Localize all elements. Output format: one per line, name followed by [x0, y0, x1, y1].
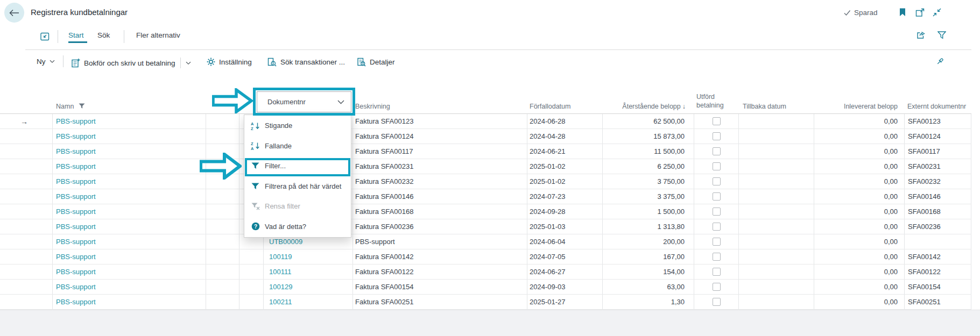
- menu-item-filtrera-på-det-här-värdet[interactable]: Filtrera på det här värdet: [244, 176, 351, 197]
- cell-document-no[interactable]: 100111: [264, 264, 353, 279]
- cell-description[interactable]: Faktura SFA00251: [353, 295, 527, 309]
- cell-description[interactable]: Faktura SFA00117: [353, 144, 527, 159]
- cell-description[interactable]: Faktura SFA00232: [353, 174, 527, 189]
- toolbar-button-ny[interactable]: Ny: [37, 58, 55, 66]
- tab-fler-alternativ[interactable]: Fler alternativ: [136, 31, 180, 39]
- cell-pmt-date[interactable]: [739, 264, 814, 279]
- cell-due-date[interactable]: 2024-06-04: [527, 234, 603, 249]
- toolbar-button-bokför-och-skriv-ut-betalning[interactable]: Bokför och skriv ut betalning: [71, 58, 191, 68]
- cell-pmt-date[interactable]: [739, 295, 814, 309]
- cell-external-document-no[interactable]: SFA00236: [905, 219, 971, 234]
- cell-name[interactable]: PBS-support: [53, 234, 206, 249]
- cell-pmt-date[interactable]: [739, 280, 814, 294]
- payment-made-checkbox[interactable]: [713, 223, 721, 231]
- cell-due-date[interactable]: 2024-04-28: [527, 129, 603, 144]
- cell-name[interactable]: PBS-support: [53, 174, 206, 189]
- payment-made-checkbox[interactable]: [713, 162, 721, 170]
- column-header-due-date[interactable]: Förfallodatum: [530, 102, 600, 111]
- payment-made-checkbox[interactable]: [713, 253, 721, 261]
- column-header-payment-made[interactable]: Utförd betalning: [696, 92, 739, 110]
- cell-amount-received[interactable]: 0,00: [814, 189, 905, 204]
- toolbar-button-inställning[interactable]: Inställning: [207, 58, 252, 66]
- toolbar-button-detaljer[interactable]: Detaljer: [357, 58, 395, 67]
- cell-name[interactable]: PBS-support: [53, 280, 206, 294]
- cell-remaining-amount[interactable]: 3 750,00: [603, 174, 694, 189]
- column-header-external-document-no[interactable]: Externt dokumentnr: [907, 102, 972, 111]
- payment-made-checkbox[interactable]: [713, 147, 721, 155]
- cell-amount-received[interactable]: 0,00: [814, 249, 905, 264]
- payment-made-checkbox[interactable]: [713, 117, 721, 125]
- cell-description[interactable]: Faktura SFA00168: [353, 204, 527, 219]
- cell-remaining-amount[interactable]: 3 375,00: [603, 189, 694, 204]
- app-bar-icon[interactable]: [40, 32, 50, 41]
- cell-due-date[interactable]: 2024-07-23: [527, 189, 603, 204]
- menu-item-vad-är-detta[interactable]: ?Vad är detta?: [244, 217, 351, 237]
- cell-pmt-date[interactable]: [739, 174, 814, 189]
- column-header-description[interactable]: Beskrivning: [355, 102, 517, 111]
- cell-amount-received[interactable]: 0,00: [814, 114, 905, 128]
- cell-description[interactable]: Faktura SFA00231: [353, 159, 527, 174]
- payment-made-checkbox[interactable]: [713, 283, 721, 291]
- cell-name[interactable]: PBS-support: [53, 264, 206, 279]
- cell-description[interactable]: Faktura SFA00146: [353, 189, 527, 204]
- payment-made-checkbox[interactable]: [713, 208, 721, 216]
- cell-name[interactable]: PBS-support: [53, 295, 206, 309]
- cell-pmt-date[interactable]: [739, 189, 814, 204]
- cell-name[interactable]: PBS-support: [53, 249, 206, 264]
- dokumentnr-column-header[interactable]: Dokumentnr: [257, 91, 351, 112]
- cell-remaining-amount[interactable]: 62 500,00: [603, 114, 694, 128]
- cell-description[interactable]: Faktura SFA00154: [353, 280, 527, 294]
- payment-made-checkbox[interactable]: [713, 132, 721, 140]
- cell-due-date[interactable]: 2025-01-02: [527, 174, 603, 189]
- payment-made-checkbox[interactable]: [713, 238, 721, 246]
- cell-name[interactable]: PBS-support: [53, 219, 206, 234]
- cell-external-document-no[interactable]: SFA00122: [905, 264, 971, 279]
- cell-amount-received[interactable]: 0,00: [814, 204, 905, 219]
- cell-pmt-date[interactable]: [739, 204, 814, 219]
- cell-name[interactable]: PBS-support: [53, 204, 206, 219]
- cell-amount-received[interactable]: 0,00: [814, 264, 905, 279]
- cell-name[interactable]: PBS-support: [53, 144, 206, 159]
- cell-description[interactable]: Faktura SFA00236: [353, 219, 527, 234]
- cell-remaining-amount[interactable]: 1,30: [603, 295, 694, 309]
- column-header-amount-received[interactable]: Inlevererat belopp: [814, 102, 898, 111]
- cell-amount-received[interactable]: 0,00: [814, 295, 905, 309]
- cell-description[interactable]: Faktura SFA00142: [353, 249, 527, 264]
- cell-external-document-no[interactable]: SFA00251: [905, 295, 971, 309]
- cell-remaining-amount[interactable]: 6 250,00: [603, 159, 694, 174]
- menu-item-stigande[interactable]: A Z Stigande: [244, 116, 351, 136]
- cell-due-date[interactable]: 2025-01-27: [527, 295, 603, 309]
- payment-made-checkbox[interactable]: [713, 298, 721, 306]
- cell-external-document-no[interactable]: SFA00124: [905, 129, 971, 144]
- column-header-name[interactable]: Namn: [56, 102, 164, 111]
- cell-pmt-date[interactable]: [739, 114, 814, 128]
- menu-item-filter[interactable]: Filter...: [244, 156, 351, 176]
- cell-remaining-amount[interactable]: 167,00: [603, 249, 694, 264]
- column-header-remaining-amount[interactable]: Återstående belopp↓: [603, 102, 686, 111]
- tab-sok[interactable]: Sök: [97, 31, 110, 39]
- cell-external-document-no[interactable]: SFA00232: [905, 174, 971, 189]
- cell-document-no[interactable]: 100129: [264, 280, 353, 294]
- cell-name[interactable]: PBS-support: [53, 114, 206, 128]
- cell-amount-received[interactable]: 0,00: [814, 129, 905, 144]
- cell-external-document-no[interactable]: SFA00168: [905, 204, 971, 219]
- cell-due-date[interactable]: 2024-06-27: [527, 264, 603, 279]
- cell-remaining-amount[interactable]: 1 313,80: [603, 219, 694, 234]
- share-icon[interactable]: [916, 31, 926, 40]
- cell-due-date[interactable]: 2024-06-28: [527, 114, 603, 128]
- cell-name[interactable]: PBS-support: [53, 189, 206, 204]
- toolbar-button-sök-transaktioner[interactable]: Sök transaktioner ...: [267, 58, 345, 67]
- cell-amount-received[interactable]: 0,00: [814, 219, 905, 234]
- open-in-window-icon[interactable]: [915, 8, 925, 17]
- cell-amount-received[interactable]: 0,00: [814, 174, 905, 189]
- cell-amount-received[interactable]: 0,00: [814, 280, 905, 294]
- cell-external-document-no[interactable]: [905, 234, 971, 249]
- cell-amount-received[interactable]: 0,00: [814, 234, 905, 249]
- cell-pmt-date[interactable]: [739, 249, 814, 264]
- cell-due-date[interactable]: 2024-06-21: [527, 144, 603, 159]
- cell-external-document-no[interactable]: SFA00117: [905, 144, 971, 159]
- cell-external-document-no[interactable]: SFA00146: [905, 189, 971, 204]
- cell-remaining-amount[interactable]: 200,00: [603, 234, 694, 249]
- cell-pmt-date[interactable]: [739, 159, 814, 174]
- payment-made-checkbox[interactable]: [713, 268, 721, 276]
